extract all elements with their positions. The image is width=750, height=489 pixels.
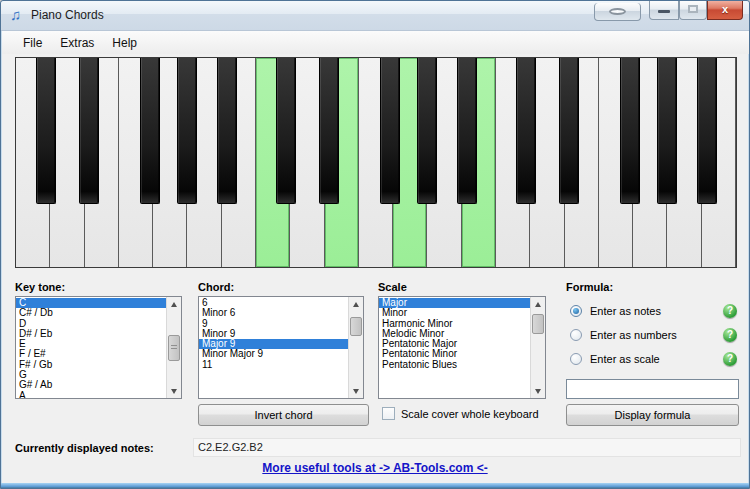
radio-label: Enter as notes	[590, 305, 661, 317]
piano-key-Dsharp3[interactable]	[559, 58, 579, 204]
scrollbar-thumb[interactable]	[532, 314, 544, 334]
piano-key-Gsharp1[interactable]	[177, 58, 197, 204]
piano-key-Asharp2[interactable]	[457, 58, 477, 204]
scroll-down-icon[interactable]	[531, 383, 546, 398]
scrollbar-thumb[interactable]	[168, 335, 180, 361]
chord-listbox: 6Minor 69Minor 9Major 9Minor Major 911	[198, 296, 364, 399]
window-bottom-edge	[1, 483, 749, 488]
menu-item-file[interactable]: File	[14, 33, 51, 53]
radio-enter-as-scale[interactable]: Enter as scale?	[568, 352, 739, 368]
titlebar-pill-button[interactable]	[594, 3, 641, 21]
scroll-up-icon[interactable]	[349, 297, 364, 312]
maximize-button[interactable]	[679, 1, 707, 20]
chord-option[interactable]: Minor Major 9	[199, 349, 348, 359]
key-tone-label: Key tone:	[15, 281, 65, 293]
maximize-icon	[688, 5, 698, 13]
piano-key-Dsharp2[interactable]	[319, 58, 339, 204]
piano-key-Fsharp1[interactable]	[140, 58, 160, 204]
formula-label: Formula:	[566, 281, 613, 293]
app-music-note-icon: ♫	[10, 6, 21, 24]
scroll-down-icon[interactable]	[349, 383, 364, 398]
formula-input[interactable]	[566, 379, 739, 399]
minimize-button[interactable]	[649, 1, 679, 20]
key-tone-option[interactable]: C# / Db	[16, 308, 166, 318]
radio-icon[interactable]	[570, 329, 582, 341]
menu-item-help[interactable]: Help	[103, 33, 146, 53]
key-tone-scrollbar[interactable]	[166, 297, 181, 398]
key-tone-option[interactable]: F# / Gb	[16, 360, 166, 370]
piano-keyboard	[15, 57, 737, 268]
piano-key-Dsharp1[interactable]	[79, 58, 99, 204]
radio-icon[interactable]	[570, 353, 582, 365]
scale-cover-label: Scale cover whole keyboard	[401, 408, 539, 420]
chord-label: Chord:	[198, 281, 234, 293]
key-tone-listbox: CC# / DbDD# / EbEF / E#F# / GbGG# / AbA	[15, 296, 182, 399]
piano-key-Fsharp3[interactable]	[620, 58, 640, 204]
scroll-up-icon[interactable]	[167, 297, 182, 312]
scale-label: Scale	[378, 281, 407, 293]
chord-scrollbar[interactable]	[348, 297, 363, 398]
piano-key-Csharp3[interactable]	[516, 58, 536, 204]
key-tone-option[interactable]: A	[16, 391, 166, 399]
titlebar: ♫ Piano Chords x	[1, 1, 749, 31]
help-icon[interactable]: ?	[723, 304, 737, 318]
menu-bar: FileExtrasHelp	[2, 31, 750, 54]
scale-scrollbar[interactable]	[530, 297, 545, 398]
status-panel	[193, 438, 741, 457]
chord-option[interactable]: 11	[199, 360, 348, 370]
piano-key-Csharp1[interactable]	[36, 58, 56, 204]
radio-label: Enter as scale	[590, 353, 660, 365]
radio-label: Enter as numbers	[590, 329, 677, 341]
displayed-notes-value: C2.E2.G2.B2	[198, 441, 263, 453]
scale-cover-checkbox[interactable]	[382, 407, 395, 420]
scroll-down-icon[interactable]	[167, 383, 182, 398]
piano-key-Fsharp2[interactable]	[380, 58, 400, 204]
scale-option[interactable]: Pentatonic Blues	[379, 360, 530, 370]
ab-tools-link[interactable]: More useful tools at -> AB-Tools.com <-	[1, 461, 749, 475]
key-tone-option[interactable]: G# / Ab	[16, 380, 166, 390]
piano-key-Asharp3[interactable]	[697, 58, 717, 204]
scroll-up-icon[interactable]	[531, 297, 546, 312]
pill-icon	[609, 8, 626, 15]
close-icon: x	[708, 3, 742, 15]
scale-listbox: MajorMinorHarmonic MinorMelodic MinorPen…	[378, 296, 546, 399]
piano-chords-window: ♫ Piano Chords x FileExtrasHelp Key tone…	[0, 0, 750, 489]
menu-item-extras[interactable]: Extras	[51, 33, 103, 53]
invert-chord-button[interactable]: Invert chord	[198, 404, 369, 426]
minimize-icon	[658, 10, 670, 13]
piano-key-Asharp1[interactable]	[217, 58, 237, 204]
key-tone-option[interactable]: D# / Eb	[16, 329, 166, 339]
chord-option[interactable]: Minor 6	[199, 308, 348, 318]
close-button[interactable]: x	[707, 1, 743, 20]
piano-key-Csharp2[interactable]	[276, 58, 296, 204]
radio-enter-as-notes[interactable]: Enter as notes?	[568, 304, 739, 320]
help-icon[interactable]: ?	[723, 352, 737, 366]
radio-icon[interactable]	[570, 305, 582, 317]
status-label: Currently displayed notes:	[15, 442, 154, 454]
radio-enter-as-numbers[interactable]: Enter as numbers?	[568, 328, 739, 344]
display-formula-button[interactable]: Display formula	[566, 404, 739, 426]
piano-key-Gsharp3[interactable]	[657, 58, 677, 204]
window-title: Piano Chords	[31, 8, 104, 22]
scrollbar-thumb[interactable]	[350, 317, 362, 336]
piano-key-Gsharp2[interactable]	[417, 58, 437, 204]
help-icon[interactable]: ?	[723, 328, 737, 342]
